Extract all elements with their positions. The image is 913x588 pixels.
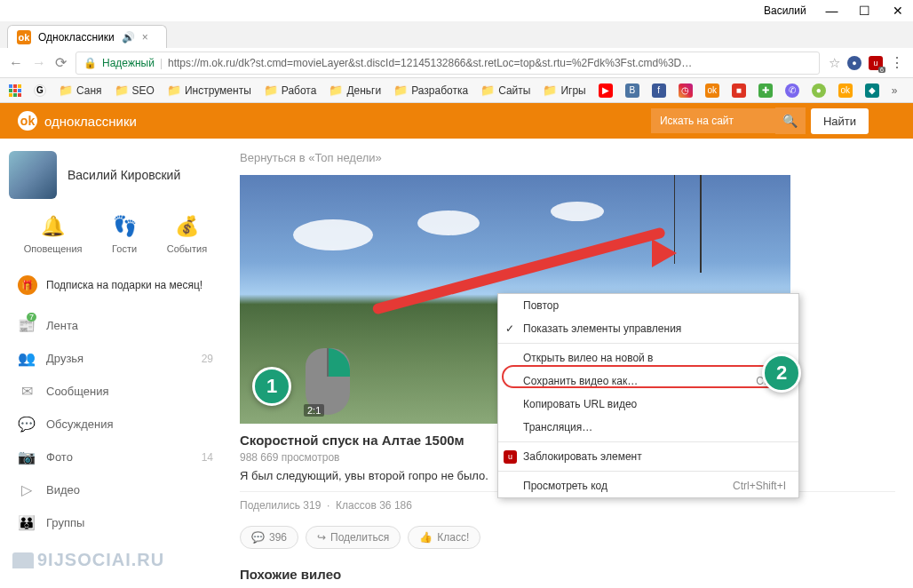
bookmark-icon[interactable]: ■ xyxy=(732,83,746,98)
brand-name: одноклассники xyxy=(44,114,137,129)
back-link[interactable]: Вернуться в «Топ недели» xyxy=(240,151,895,164)
ok-icon[interactable]: ok xyxy=(705,83,719,98)
bookmark-folder[interactable]: 📁Работа xyxy=(264,83,317,97)
nav-list: 7📰Лента 👥Друзья29 ✉Сообщения 💬Обсуждения… xyxy=(9,309,222,539)
notifications-button[interactable]: 🔔Оповещения xyxy=(24,215,83,254)
extensions-area: ☆ ● u6 ⋮ xyxy=(829,54,904,71)
folder-icon: 📁 xyxy=(480,83,495,97)
events-button[interactable]: 💰События xyxy=(167,215,207,254)
share-icon: ↪ xyxy=(317,531,326,544)
ctx-broadcast[interactable]: Трансляция… xyxy=(498,416,798,439)
site-logo[interactable]: ok одноклассники xyxy=(18,111,137,131)
ctx-show-controls[interactable]: Показать элементы управления xyxy=(498,317,798,340)
bookmark-folder[interactable]: 📁Инструменты xyxy=(167,83,251,97)
decorative xyxy=(551,202,604,221)
video-actions: 💬396 ↪Поделиться 👍Класс! xyxy=(240,519,895,556)
folder-icon: 📁 xyxy=(264,83,278,97)
context-menu: Повтор Показать элементы управления Откр… xyxy=(497,293,799,498)
secure-label: Надежный xyxy=(102,57,155,69)
folder-icon: 📁 xyxy=(59,83,73,97)
vk-icon[interactable]: B xyxy=(625,83,639,98)
decorative xyxy=(417,211,480,235)
ctx-repeat[interactable]: Повтор xyxy=(498,294,798,317)
search-input[interactable] xyxy=(651,108,775,133)
bookmark-icon[interactable]: ok xyxy=(838,83,853,98)
bell-icon: 🔔 xyxy=(41,215,65,238)
google-icon[interactable]: G xyxy=(34,84,46,97)
url-text: https://m.ok.ru/dk?st.cmd=movieLayer&st.… xyxy=(168,57,692,69)
search-icon-button[interactable]: 🔍 xyxy=(775,107,806,134)
nav-messages[interactable]: ✉Сообщения xyxy=(9,375,222,408)
ok-logo-icon: ok xyxy=(18,111,37,131)
bookmark-icon[interactable]: ✚ xyxy=(758,83,773,98)
nav-groups[interactable]: 👪Группы xyxy=(9,506,222,539)
bookmark-folder[interactable]: 📁Игры xyxy=(543,83,585,97)
address-field[interactable]: 🔒 Надежный | https://m.ok.ru/dk?st.cmd=m… xyxy=(75,52,820,75)
ok-favicon: ok xyxy=(17,30,31,44)
close-window-button[interactable]: ✕ xyxy=(891,4,906,18)
ublock-icon: u xyxy=(504,450,517,464)
nav-friends[interactable]: 👥Друзья29 xyxy=(9,342,222,375)
promo-banner[interactable]: 🎁 Подписка на подарки на месяц! xyxy=(9,268,222,302)
guests-button[interactable]: 👣Гости xyxy=(112,215,137,254)
step-marker-2: 2 xyxy=(762,354,801,393)
photos-icon: 📷 xyxy=(18,449,36,465)
bookmark-bar: G 📁Саня 📁SEO 📁Инструменты 📁Работа 📁Деньг… xyxy=(0,78,913,103)
comments-button[interactable]: 💬396 xyxy=(240,526,298,549)
bookmark-icon[interactable]: ● xyxy=(812,83,826,98)
menu-icon[interactable]: ⋮ xyxy=(890,54,904,71)
discussions-icon: 💬 xyxy=(18,416,36,433)
sidebar: Василий Кировский 🔔Оповещения 👣Гости 💰Со… xyxy=(0,139,231,588)
minimize-button[interactable]: — xyxy=(824,4,839,18)
window-titlebar: Василий — ☐ ✕ xyxy=(0,0,913,21)
reload-button[interactable]: ⟳ xyxy=(55,54,67,71)
ctx-inspect[interactable]: Просмотреть кодCtrl+Shift+I xyxy=(498,474,798,497)
browser-tab[interactable]: ok Одноклассники 🔊 × xyxy=(7,25,167,48)
bookmark-folder[interactable]: 📁Саня xyxy=(59,83,102,97)
quick-actions: 🔔Оповещения 👣Гости 💰События xyxy=(9,215,222,254)
bookmark-folder[interactable]: 📁Разработка xyxy=(393,83,468,97)
youtube-icon[interactable]: ▶ xyxy=(599,83,613,98)
nav-video[interactable]: ▷Видео xyxy=(9,473,222,506)
bookmark-star-icon[interactable]: ☆ xyxy=(829,55,840,71)
footprints-icon: 👣 xyxy=(113,215,137,238)
profile-name[interactable]: Василий xyxy=(764,4,806,17)
forward-button[interactable]: → xyxy=(32,55,46,71)
decorative xyxy=(293,219,373,250)
bookmark-folder[interactable]: 📁SEO xyxy=(115,83,155,97)
find-button[interactable]: Найти xyxy=(811,108,869,134)
groups-icon: 👪 xyxy=(18,514,36,531)
back-button[interactable]: ← xyxy=(9,55,23,71)
like-button[interactable]: 👍Класс! xyxy=(408,526,480,549)
bookmark-folder[interactable]: 📁Деньги xyxy=(329,83,381,97)
bookmark-overflow-icon[interactable]: » xyxy=(892,84,898,97)
promo-text: Подписка на подарки на месяц! xyxy=(46,279,202,291)
viber-icon[interactable]: ✆ xyxy=(785,83,799,98)
tab-close-icon[interactable]: × xyxy=(142,31,148,44)
ctx-copy-url[interactable]: Копировать URL видео xyxy=(498,393,798,416)
extension-icon[interactable]: ● xyxy=(847,56,861,70)
apps-icon[interactable] xyxy=(9,84,21,97)
instagram-icon[interactable]: ◷ xyxy=(679,83,693,98)
maximize-button[interactable]: ☐ xyxy=(857,4,872,18)
facebook-icon[interactable]: f xyxy=(652,83,666,98)
separator xyxy=(498,471,798,472)
user-profile[interactable]: Василий Кировский xyxy=(9,151,222,199)
ctx-block-element[interactable]: uЗаблокировать элемент xyxy=(498,445,798,468)
nav-discussions[interactable]: 💬Обсуждения xyxy=(9,408,222,441)
bookmark-icon[interactable]: ◆ xyxy=(865,83,879,98)
nav-feed[interactable]: 7📰Лента xyxy=(9,309,222,342)
ublock-icon[interactable]: u6 xyxy=(869,56,883,70)
tab-title: Одноклассники xyxy=(38,31,115,44)
separator xyxy=(498,343,798,344)
bookmark-folder[interactable]: 📁Сайты xyxy=(480,83,530,97)
audio-icon[interactable]: 🔊 xyxy=(122,31,135,44)
coin-icon: 💰 xyxy=(175,215,199,238)
video-timestamp: 2:1 xyxy=(304,404,324,417)
share-button[interactable]: ↪Поделиться xyxy=(306,526,401,549)
separator xyxy=(498,441,798,442)
site-header: ok одноклассники 🔍 Найти xyxy=(0,103,913,139)
nav-photos[interactable]: 📷Фото14 xyxy=(9,441,222,473)
lock-icon: 🔒 xyxy=(83,57,97,69)
decorative xyxy=(700,175,702,273)
